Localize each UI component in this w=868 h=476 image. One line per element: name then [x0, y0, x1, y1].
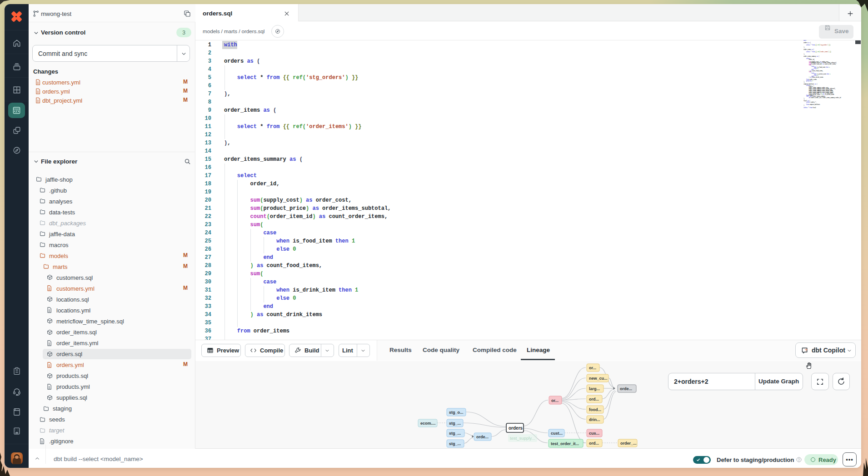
- svg-text:ecom....: ecom....: [420, 421, 436, 426]
- svg-text:test_order_it...: test_order_it...: [551, 441, 579, 446]
- svg-text:cust...: cust...: [551, 431, 563, 436]
- svg-text:stg_...: stg_...: [449, 421, 461, 426]
- svg-text:food...: food...: [589, 407, 601, 412]
- svg-text:orde...: orde...: [476, 435, 489, 439]
- svg-text:or...: or...: [589, 366, 596, 370]
- svg-text:stg_...: stg_...: [449, 431, 461, 436]
- svg-text:ord...: ord...: [589, 441, 599, 446]
- svg-text:or...: or...: [551, 398, 559, 403]
- svg-text:ord...: ord...: [589, 397, 599, 402]
- svg-text:stg_...: stg_...: [449, 441, 461, 446]
- svg-text:cus...: cus...: [589, 431, 599, 436]
- svg-text:orders: orders: [509, 426, 523, 431]
- svg-text:larg...: larg...: [589, 387, 600, 391]
- svg-text:new_cu...: new_cu...: [589, 376, 608, 381]
- svg-text:drin...: drin...: [589, 417, 600, 422]
- svg-text:test_supply...: test_supply...: [510, 436, 535, 441]
- svg-text:orde...: orde...: [620, 387, 632, 391]
- svg-text:order_...: order_...: [620, 441, 637, 446]
- svg-text:stg_o...: stg_o...: [449, 410, 464, 415]
